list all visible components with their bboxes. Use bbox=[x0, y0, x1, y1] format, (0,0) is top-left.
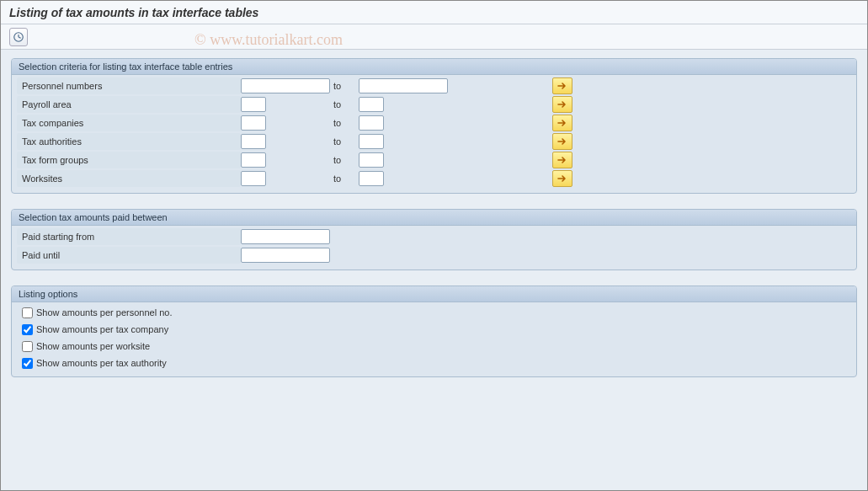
show-amounts-per-tax-authority-checkbox[interactable] bbox=[22, 358, 33, 369]
payroll-area-to-input[interactable] bbox=[359, 97, 384, 112]
checkbox-label: Show amounts per worksite bbox=[36, 341, 150, 351]
field-label: Tax companies bbox=[17, 115, 241, 131]
to-label: to bbox=[333, 99, 359, 109]
checkbox-row: Show amounts per tax company bbox=[17, 321, 851, 338]
multiple-selection-button[interactable] bbox=[552, 152, 572, 168]
field-label: Tax authorities bbox=[17, 133, 241, 150]
field-label: Personnel numbers bbox=[17, 77, 241, 94]
arrow-right-icon bbox=[557, 156, 567, 164]
group-listing-options: Listing options Show amounts per personn… bbox=[11, 286, 857, 377]
field-label: Worksites bbox=[17, 170, 241, 187]
page-title: Listing of tax amounts in tax interface … bbox=[9, 6, 258, 19]
group-title: Listing options bbox=[12, 286, 856, 302]
row-tax-form-groups: Tax form groups to bbox=[17, 151, 851, 169]
show-amounts-per-tax-company-checkbox[interactable] bbox=[22, 324, 33, 335]
row-personnel-numbers: Personnel numbers to bbox=[17, 77, 851, 95]
row-payroll-area: Payroll area to bbox=[17, 95, 851, 114]
tax-form-groups-to-input[interactable] bbox=[359, 152, 384, 168]
worksites-from-input[interactable] bbox=[241, 171, 266, 186]
group-selection-criteria: Selection criteria for listing tax inter… bbox=[11, 58, 857, 194]
group-body: Personnel numbers to Payroll area to bbox=[12, 75, 856, 193]
field-label: Payroll area bbox=[17, 96, 241, 113]
checkbox-label: Show amounts per tax authority bbox=[36, 358, 167, 368]
to-label: to bbox=[333, 173, 359, 184]
checkbox-label: Show amounts per personnel no. bbox=[36, 307, 172, 318]
checkbox-row: Show amounts per worksite bbox=[17, 338, 851, 355]
paid-starting-from-input[interactable] bbox=[241, 229, 330, 244]
worksites-to-input[interactable] bbox=[359, 171, 384, 186]
tax-form-groups-from-input[interactable] bbox=[241, 152, 266, 168]
arrow-right-icon bbox=[557, 174, 567, 183]
row-tax-companies: Tax companies to bbox=[17, 114, 851, 132]
checkbox-label: Show amounts per tax company bbox=[36, 324, 168, 334]
toolbar bbox=[1, 24, 867, 50]
personnel-numbers-from-input[interactable] bbox=[241, 78, 330, 93]
execute-button[interactable] bbox=[9, 28, 28, 46]
multiple-selection-button[interactable] bbox=[552, 133, 572, 150]
arrow-right-icon bbox=[557, 82, 567, 90]
show-amounts-per-personnel-checkbox[interactable] bbox=[22, 307, 33, 318]
title-bar: Listing of tax amounts in tax interface … bbox=[1, 1, 867, 24]
multiple-selection-button[interactable] bbox=[552, 170, 572, 187]
svg-line-2 bbox=[19, 37, 21, 38]
row-paid-until: Paid until bbox=[17, 246, 851, 264]
multiple-selection-button[interactable] bbox=[552, 96, 572, 113]
to-label: to bbox=[333, 136, 359, 147]
row-tax-authorities: Tax authorities to bbox=[17, 132, 851, 151]
field-label: Paid until bbox=[17, 247, 241, 264]
to-label: to bbox=[333, 118, 359, 128]
arrow-right-icon bbox=[557, 100, 567, 109]
tax-companies-from-input[interactable] bbox=[241, 115, 266, 131]
checkbox-row: Show amounts per tax authority bbox=[17, 355, 851, 371]
group-paid-between: Selection tax amounts paid between Paid … bbox=[11, 209, 857, 270]
multiple-selection-button[interactable] bbox=[552, 115, 572, 131]
group-body: Show amounts per personnel no. Show amou… bbox=[12, 302, 856, 376]
tax-authorities-to-input[interactable] bbox=[359, 134, 384, 149]
row-paid-starting-from: Paid starting from bbox=[17, 227, 851, 246]
to-label: to bbox=[333, 81, 359, 91]
personnel-numbers-to-input[interactable] bbox=[359, 78, 448, 93]
tax-companies-to-input[interactable] bbox=[359, 115, 384, 131]
row-worksites: Worksites to bbox=[17, 169, 851, 188]
checkbox-row: Show amounts per personnel no. bbox=[17, 304, 851, 321]
field-label: Tax form groups bbox=[17, 152, 241, 168]
group-body: Paid starting from Paid until bbox=[12, 226, 856, 270]
clock-execute-icon bbox=[13, 31, 24, 43]
to-label: to bbox=[333, 155, 359, 165]
field-label: Paid starting from bbox=[17, 228, 241, 245]
paid-until-input[interactable] bbox=[241, 248, 330, 263]
arrow-right-icon bbox=[557, 137, 567, 146]
content-area: Selection criteria for listing tax inter… bbox=[1, 50, 867, 401]
multiple-selection-button[interactable] bbox=[552, 77, 572, 94]
payroll-area-from-input[interactable] bbox=[241, 97, 266, 112]
show-amounts-per-worksite-checkbox[interactable] bbox=[22, 341, 33, 352]
tax-authorities-from-input[interactable] bbox=[241, 134, 266, 149]
group-title: Selection tax amounts paid between bbox=[12, 210, 856, 226]
group-title: Selection criteria for listing tax inter… bbox=[12, 59, 856, 75]
arrow-right-icon bbox=[557, 119, 567, 127]
